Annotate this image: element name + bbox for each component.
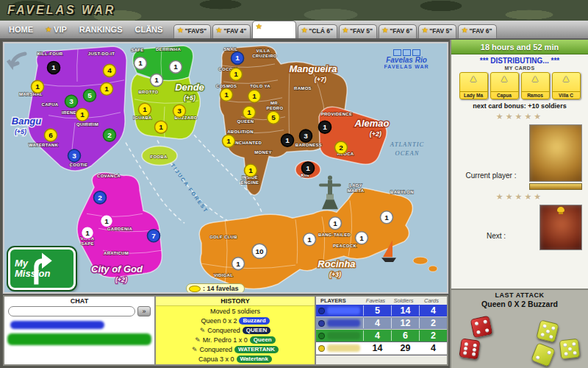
die-yellow: [531, 342, 556, 367]
chat-title: CHAT: [4, 297, 154, 305]
chat-send-button[interactable]: »: [137, 306, 151, 316]
current-player-avatar[interactable]: [529, 124, 582, 182]
player-cards: 4: [419, 343, 447, 353]
region-bonus-label: (+2): [370, 130, 381, 138]
army-count[interactable]: 1: [232, 258, 245, 270]
army-count[interactable]: 1: [245, 164, 257, 177]
army-count[interactable]: 1: [319, 121, 331, 133]
nav-item-home[interactable]: HOME: [4, 25, 41, 38]
army-count[interactable]: 5: [84, 89, 96, 102]
army-count[interactable]: 6: [45, 129, 57, 141]
player-soldiers: 6: [391, 330, 419, 341]
army-count[interactable]: 1: [151, 74, 163, 86]
chat-message-censored: [10, 321, 104, 329]
player-row[interactable]: 4122: [316, 317, 447, 330]
army-count[interactable]: 5: [268, 111, 280, 124]
army-count[interactable]: 1: [155, 121, 168, 133]
army-count[interactable]: 2: [335, 141, 348, 154]
army-count[interactable]: 1: [356, 232, 368, 244]
die-red: [459, 338, 480, 359]
army-count[interactable]: 1: [220, 88, 233, 101]
army-count[interactable]: 1: [232, 52, 244, 64]
army-count[interactable]: 1: [329, 217, 342, 230]
svg-text:1: 1: [247, 108, 251, 116]
army-count[interactable]: 1: [139, 103, 151, 116]
history-text: Conquered: [207, 327, 240, 334]
army-count[interactable]: 10: [252, 244, 267, 258]
player-cards: 4: [419, 305, 447, 316]
army-count[interactable]: 1: [170, 60, 182, 73]
trophy-icon: [556, 207, 565, 216]
chat-input[interactable]: [8, 306, 135, 316]
territory-label: RAMOS: [294, 86, 312, 91]
army-count[interactable]: 7: [148, 230, 160, 242]
army-count[interactable]: 1: [135, 57, 147, 69]
army-count[interactable]: 4: [104, 64, 116, 77]
territory-card[interactable]: ▲Villa C: [552, 72, 581, 99]
territory-card[interactable]: ▲Ramos: [521, 72, 550, 99]
card-name: Lady Ma: [460, 91, 487, 99]
tab-game-6[interactable]: ★"FAV 5": [418, 24, 456, 38]
svg-text:1: 1: [104, 85, 109, 93]
region-bonus-label: (+2): [115, 276, 127, 283]
tab-game-3[interactable]: ★"CLÁ 6": [298, 24, 337, 38]
history-entry: ✎Mr. Pedro 1 x 0Queen: [156, 335, 315, 344]
star-icon: ★: [216, 27, 222, 34]
army-count[interactable]: 1: [282, 134, 294, 146]
player-row[interactable]: 462: [316, 330, 447, 342]
player-row[interactable]: 14294: [316, 342, 447, 355]
svg-text:1: 1: [333, 219, 337, 227]
tab-game-7[interactable]: ★"FAV 6": [458, 24, 496, 38]
army-count[interactable]: 1: [230, 68, 243, 80]
app-logo: FAVELAS WAR: [7, 4, 115, 17]
game-map[interactable]: ATLANTIC OCEAN TIJUCA FOREST KILL-FOURJU…: [3, 42, 448, 294]
tab-game-0[interactable]: ★"FAVS": [173, 24, 211, 38]
history-list: Moved 5 soldiersQueen 0 x 2Buzzard✎Conqu…: [156, 306, 315, 364]
territory-pill: Buzzard: [239, 317, 269, 325]
tab-active-game[interactable]: ★: [252, 21, 296, 38]
army-count[interactable]: 1: [248, 90, 261, 102]
army-count[interactable]: 2: [104, 129, 116, 141]
nav-item-clãns[interactable]: CLÃNS: [130, 25, 171, 38]
territory-label: COSMOS: [216, 84, 237, 88]
nav-item-vip[interactable]: ★VIP: [41, 25, 75, 38]
army-count[interactable]: 2: [94, 191, 107, 204]
player-color-dot: [318, 320, 325, 327]
svg-text:1: 1: [248, 166, 253, 174]
territory-label: COOTIE: [70, 163, 88, 167]
army-count[interactable]: 1: [302, 162, 315, 174]
army-count[interactable]: 1: [101, 82, 113, 95]
card-name: Villa C: [553, 91, 580, 99]
player-soldiers: 14: [391, 305, 419, 316]
army-count[interactable]: 1: [82, 227, 94, 239]
army-count[interactable]: 1: [381, 211, 393, 224]
nav-item-rankings[interactable]: RANKINGS: [75, 25, 131, 38]
next-player-avatar[interactable]: [539, 205, 582, 250]
army-count[interactable]: 1: [48, 61, 60, 74]
army-count[interactable]: 1: [243, 106, 256, 118]
army-count[interactable]: 3: [173, 105, 186, 117]
army-count[interactable]: 1: [304, 233, 316, 246]
tab-game-1[interactable]: ★"FAV 4": [212, 24, 251, 38]
army-count[interactable]: 3: [68, 149, 81, 162]
tab-game-4[interactable]: ★"FAV 5": [339, 24, 377, 38]
my-mission-button[interactable]: My Mission: [8, 247, 76, 290]
army-count[interactable]: 3: [65, 95, 78, 107]
last-attack-result: Queen 0 X 2 Buzzard: [451, 299, 588, 310]
player-favelas: 5: [363, 305, 391, 316]
territory-card[interactable]: ▲Capua: [490, 72, 519, 99]
army-count[interactable]: 1: [101, 215, 113, 227]
region-bonus-label: (+5): [15, 128, 26, 135]
army-count[interactable]: 1: [76, 108, 89, 121]
tab-game-5[interactable]: ★"FAV 6": [379, 24, 417, 38]
army-count[interactable]: 1: [32, 80, 44, 93]
army-count[interactable]: 3: [300, 130, 312, 142]
army-count[interactable]: 1: [223, 135, 235, 147]
die-yellow: [559, 339, 581, 360]
territory-pill: Watertank: [237, 355, 272, 363]
territory-card[interactable]: ▲Lady Ma: [459, 72, 488, 99]
player-row[interactable]: 5144: [316, 305, 447, 317]
history-entry: ✎ConqueredWATERTANK: [156, 344, 315, 354]
card-bonus-label: next card bonus: +10 soldiers: [451, 102, 588, 111]
chat-message-censored: [7, 333, 151, 345]
